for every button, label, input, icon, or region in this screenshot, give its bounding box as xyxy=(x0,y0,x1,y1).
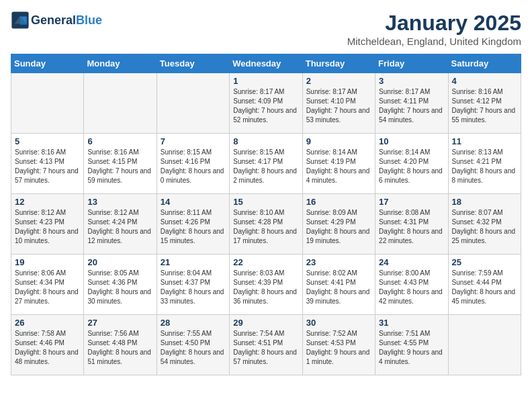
day-number: 14 xyxy=(161,197,226,207)
day-number: 10 xyxy=(379,136,444,146)
cell-content: Sunrise: 8:16 AM Sunset: 4:15 PM Dayligh… xyxy=(87,148,152,185)
day-number: 18 xyxy=(452,197,517,207)
calendar-cell xyxy=(84,73,157,134)
header-day-friday: Friday xyxy=(375,54,448,73)
cell-content: Sunrise: 8:14 AM Sunset: 4:19 PM Dayligh… xyxy=(306,148,371,185)
cell-content: Sunrise: 8:08 AM Sunset: 4:31 PM Dayligh… xyxy=(379,208,444,246)
cell-content: Sunrise: 8:17 AM Sunset: 4:09 PM Dayligh… xyxy=(233,87,298,125)
calendar-cell: 2Sunrise: 8:17 AM Sunset: 4:10 PM Daylig… xyxy=(302,73,375,134)
day-number: 26 xyxy=(15,318,80,328)
header-row: SundayMondayTuesdayWednesdayThursdayFrid… xyxy=(11,54,521,73)
logo-icon xyxy=(11,11,30,30)
header-day-saturday: Saturday xyxy=(448,54,521,73)
calendar-title: January 2025 xyxy=(347,11,521,36)
day-number: 29 xyxy=(233,318,298,328)
calendar-cell: 18Sunrise: 8:07 AM Sunset: 4:32 PM Dayli… xyxy=(448,194,521,255)
calendar-cell: 3Sunrise: 8:17 AM Sunset: 4:11 PM Daylig… xyxy=(375,73,448,134)
calendar-cell: 30Sunrise: 7:52 AM Sunset: 4:53 PM Dayli… xyxy=(302,315,375,375)
cell-content: Sunrise: 8:12 AM Sunset: 4:23 PM Dayligh… xyxy=(15,208,80,246)
calendar-cell: 6Sunrise: 8:16 AM Sunset: 4:15 PM Daylig… xyxy=(84,134,157,194)
calendar-cell: 9Sunrise: 8:14 AM Sunset: 4:19 PM Daylig… xyxy=(302,134,375,194)
day-number: 7 xyxy=(161,136,226,146)
day-number: 1 xyxy=(233,76,298,86)
calendar-cell: 15Sunrise: 8:10 AM Sunset: 4:28 PM Dayli… xyxy=(230,194,302,255)
calendar-table: SundayMondayTuesdayWednesdayThursdayFrid… xyxy=(11,54,521,375)
calendar-cell: 20Sunrise: 8:05 AM Sunset: 4:36 PM Dayli… xyxy=(84,255,157,315)
day-number: 28 xyxy=(161,318,226,328)
calendar-cell: 24Sunrise: 8:00 AM Sunset: 4:43 PM Dayli… xyxy=(375,255,448,315)
day-number: 25 xyxy=(452,257,517,267)
day-number: 8 xyxy=(233,136,298,146)
cell-content: Sunrise: 8:12 AM Sunset: 4:24 PM Dayligh… xyxy=(87,208,152,246)
calendar-cell: 21Sunrise: 8:04 AM Sunset: 4:37 PM Dayli… xyxy=(157,255,229,315)
cell-content: Sunrise: 8:13 AM Sunset: 4:21 PM Dayligh… xyxy=(452,148,517,185)
calendar-cell: 26Sunrise: 7:58 AM Sunset: 4:46 PM Dayli… xyxy=(11,315,84,375)
logo-text: GeneralBlue xyxy=(31,13,102,28)
calendar-cell: 25Sunrise: 7:59 AM Sunset: 4:44 PM Dayli… xyxy=(448,255,521,315)
header-day-monday: Monday xyxy=(84,54,157,73)
calendar-cell: 5Sunrise: 8:16 AM Sunset: 4:13 PM Daylig… xyxy=(11,134,84,194)
day-number: 21 xyxy=(161,257,226,267)
calendar-cell: 17Sunrise: 8:08 AM Sunset: 4:31 PM Dayli… xyxy=(375,194,448,255)
day-number: 12 xyxy=(15,197,80,207)
day-number: 2 xyxy=(306,76,371,86)
day-number: 9 xyxy=(306,136,371,146)
calendar-cell: 11Sunrise: 8:13 AM Sunset: 4:21 PM Dayli… xyxy=(448,134,521,194)
day-number: 22 xyxy=(233,257,298,267)
cell-content: Sunrise: 8:09 AM Sunset: 4:29 PM Dayligh… xyxy=(306,208,371,246)
calendar-week-3: 12Sunrise: 8:12 AM Sunset: 4:23 PM Dayli… xyxy=(11,194,521,255)
cell-content: Sunrise: 8:16 AM Sunset: 4:13 PM Dayligh… xyxy=(15,148,80,185)
day-number: 24 xyxy=(379,257,444,267)
calendar-cell: 16Sunrise: 8:09 AM Sunset: 4:29 PM Dayli… xyxy=(302,194,375,255)
calendar-week-1: 1Sunrise: 8:17 AM Sunset: 4:09 PM Daylig… xyxy=(11,73,521,134)
calendar-cell: 29Sunrise: 7:54 AM Sunset: 4:51 PM Dayli… xyxy=(230,315,302,375)
calendar-week-4: 19Sunrise: 8:06 AM Sunset: 4:34 PM Dayli… xyxy=(11,255,521,315)
cell-content: Sunrise: 7:56 AM Sunset: 4:48 PM Dayligh… xyxy=(87,329,152,367)
calendar-body: 1Sunrise: 8:17 AM Sunset: 4:09 PM Daylig… xyxy=(11,73,521,375)
day-number: 20 xyxy=(87,257,152,267)
cell-content: Sunrise: 7:52 AM Sunset: 4:53 PM Dayligh… xyxy=(306,329,371,367)
cell-content: Sunrise: 8:06 AM Sunset: 4:34 PM Dayligh… xyxy=(15,269,80,306)
day-number: 30 xyxy=(306,318,371,328)
calendar-cell: 7Sunrise: 8:15 AM Sunset: 4:16 PM Daylig… xyxy=(157,134,229,194)
cell-content: Sunrise: 8:15 AM Sunset: 4:16 PM Dayligh… xyxy=(161,148,226,185)
calendar-cell: 22Sunrise: 8:03 AM Sunset: 4:39 PM Dayli… xyxy=(230,255,302,315)
calendar-cell: 23Sunrise: 8:02 AM Sunset: 4:41 PM Dayli… xyxy=(302,255,375,315)
day-number: 6 xyxy=(87,136,152,146)
day-number: 15 xyxy=(233,197,298,207)
calendar-subtitle: Mitcheldean, England, United Kingdom xyxy=(347,36,521,47)
cell-content: Sunrise: 8:05 AM Sunset: 4:36 PM Dayligh… xyxy=(87,269,152,306)
day-number: 4 xyxy=(452,76,517,86)
cell-content: Sunrise: 8:11 AM Sunset: 4:26 PM Dayligh… xyxy=(161,208,226,246)
day-number: 19 xyxy=(15,257,80,267)
day-number: 17 xyxy=(379,197,444,207)
cell-content: Sunrise: 7:55 AM Sunset: 4:50 PM Dayligh… xyxy=(161,329,226,367)
cell-content: Sunrise: 8:02 AM Sunset: 4:41 PM Dayligh… xyxy=(306,269,371,306)
header-day-tuesday: Tuesday xyxy=(157,54,229,73)
cell-content: Sunrise: 7:59 AM Sunset: 4:44 PM Dayligh… xyxy=(452,269,517,306)
day-number: 23 xyxy=(306,257,371,267)
calendar-cell: 8Sunrise: 8:15 AM Sunset: 4:17 PM Daylig… xyxy=(230,134,302,194)
cell-content: Sunrise: 8:04 AM Sunset: 4:37 PM Dayligh… xyxy=(161,269,226,306)
cell-content: Sunrise: 8:15 AM Sunset: 4:17 PM Dayligh… xyxy=(233,148,298,185)
calendar-cell: 13Sunrise: 8:12 AM Sunset: 4:24 PM Dayli… xyxy=(84,194,157,255)
day-number: 27 xyxy=(87,318,152,328)
calendar-cell: 12Sunrise: 8:12 AM Sunset: 4:23 PM Dayli… xyxy=(11,194,84,255)
cell-content: Sunrise: 7:58 AM Sunset: 4:46 PM Dayligh… xyxy=(15,329,80,367)
day-number: 5 xyxy=(15,136,80,146)
header-day-thursday: Thursday xyxy=(302,54,375,73)
calendar-cell xyxy=(11,73,84,134)
calendar-cell: 27Sunrise: 7:56 AM Sunset: 4:48 PM Dayli… xyxy=(84,315,157,375)
page-header: GeneralBlue January 2025 Mitcheldean, En… xyxy=(11,11,521,47)
cell-content: Sunrise: 8:14 AM Sunset: 4:20 PM Dayligh… xyxy=(379,148,444,185)
title-block: January 2025 Mitcheldean, England, Unite… xyxy=(347,11,521,47)
calendar-cell: 14Sunrise: 8:11 AM Sunset: 4:26 PM Dayli… xyxy=(157,194,229,255)
calendar-cell: 1Sunrise: 8:17 AM Sunset: 4:09 PM Daylig… xyxy=(230,73,302,134)
cell-content: Sunrise: 8:17 AM Sunset: 4:11 PM Dayligh… xyxy=(379,87,444,125)
calendar-cell: 4Sunrise: 8:16 AM Sunset: 4:12 PM Daylig… xyxy=(448,73,521,134)
day-number: 13 xyxy=(87,197,152,207)
calendar-cell: 28Sunrise: 7:55 AM Sunset: 4:50 PM Dayli… xyxy=(157,315,229,375)
cell-content: Sunrise: 8:10 AM Sunset: 4:28 PM Dayligh… xyxy=(233,208,298,246)
day-number: 31 xyxy=(379,318,444,328)
calendar-cell: 31Sunrise: 7:51 AM Sunset: 4:55 PM Dayli… xyxy=(375,315,448,375)
